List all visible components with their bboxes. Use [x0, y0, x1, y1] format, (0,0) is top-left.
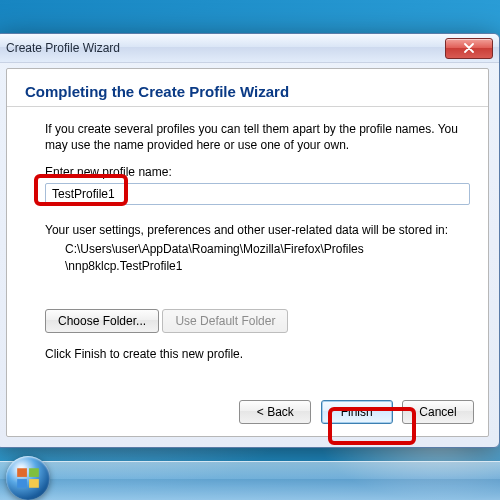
wizard-body: Completing the Create Profile Wizard If …: [6, 68, 489, 437]
profile-path: C:\Users\user\AppData\Roaming\Mozilla\Fi…: [65, 241, 470, 275]
page-heading: Completing the Create Profile Wizard: [25, 83, 470, 100]
svg-rect-2: [17, 479, 27, 488]
cancel-button[interactable]: Cancel: [402, 400, 474, 424]
profile-name-input[interactable]: [45, 183, 470, 205]
choose-folder-button[interactable]: Choose Folder...: [45, 309, 159, 333]
taskbar[interactable]: [0, 461, 500, 500]
close-button[interactable]: [445, 38, 493, 59]
dialog-buttons: < Back Finish Cancel: [233, 400, 474, 424]
finish-button[interactable]: Finish: [321, 400, 393, 424]
back-button[interactable]: < Back: [239, 400, 311, 424]
svg-rect-3: [29, 479, 39, 488]
svg-rect-1: [29, 468, 39, 477]
intro-text: If you create several profiles you can t…: [45, 121, 470, 153]
window-title: Create Profile Wizard: [6, 41, 445, 55]
title-bar[interactable]: Create Profile Wizard: [0, 34, 499, 63]
wizard-window: Create Profile Wizard Completing the Cre…: [0, 33, 500, 448]
finish-hint: Click Finish to create this new profile.: [45, 347, 470, 361]
storage-msg: Your user settings, preferences and othe…: [45, 223, 470, 237]
profile-name-label: Enter new profile name:: [45, 165, 470, 179]
close-icon: [464, 43, 474, 53]
desktop-background: Create Profile Wizard Completing the Cre…: [0, 0, 500, 500]
start-button[interactable]: [6, 456, 50, 500]
use-default-folder-button: Use Default Folder: [162, 309, 288, 333]
svg-rect-0: [17, 468, 27, 477]
divider: [7, 106, 488, 107]
